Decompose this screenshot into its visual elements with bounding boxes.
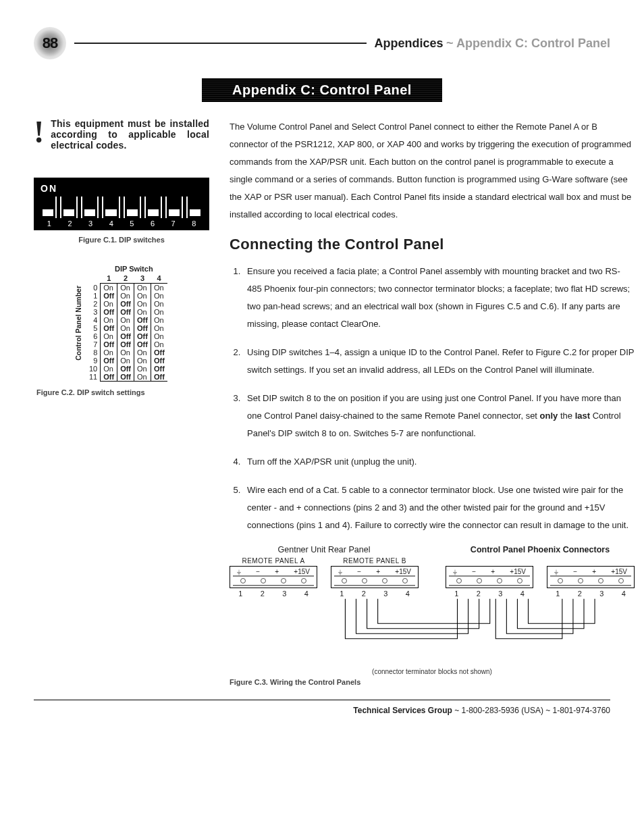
dip-cell: On bbox=[117, 284, 134, 292]
step-4: Turn off the XAP/PSR unit (unplug the un… bbox=[243, 453, 635, 471]
dip-num: 4 bbox=[103, 218, 120, 228]
dip-cell: On bbox=[117, 292, 134, 300]
warning-icon: ! bbox=[34, 118, 44, 151]
dip-switch-diagram: ON 1 2 3 4 5 6 7 8 bbox=[34, 178, 209, 230]
dip-cell: Off bbox=[101, 292, 117, 300]
dip-cell: Off bbox=[134, 324, 151, 332]
step-2: Using DIP switches 1–4, assign a unique … bbox=[243, 344, 635, 379]
dip-cell: On bbox=[117, 357, 134, 365]
dip-on-label: ON bbox=[41, 183, 203, 194]
figure-c2-caption: Figure C.2. DIP switch settings bbox=[36, 388, 209, 396]
step-5: Wire each end of a Cat. 5 cable to a con… bbox=[243, 481, 635, 534]
appendix-banner: Appendix C: Control Panel bbox=[202, 78, 442, 102]
dip-table-row-label: Control Panel Number bbox=[74, 286, 82, 361]
dip-cell: Off bbox=[117, 365, 134, 373]
dip-num: 6 bbox=[144, 218, 161, 228]
dip-cell: On bbox=[134, 365, 151, 373]
dip-cell: On bbox=[134, 373, 151, 382]
dip-cell: On bbox=[101, 300, 117, 308]
page-number-badge: 88 bbox=[34, 27, 66, 59]
dip-cell: On bbox=[101, 365, 117, 373]
dip-cell: On bbox=[134, 292, 151, 300]
dip-cell: Off bbox=[117, 373, 134, 382]
dip-cell: On bbox=[151, 332, 167, 340]
wiring-diagram: Gentner Unit Rear Panel Control Panel Ph… bbox=[230, 545, 635, 686]
dip-row-number: 10 bbox=[86, 365, 101, 373]
page-footer: Technical Services Group ~ 1-800-283-593… bbox=[34, 706, 610, 715]
dip-row-number: 8 bbox=[86, 348, 101, 357]
dip-cell: On bbox=[151, 292, 167, 300]
figure-c3-caption: Figure C.3. Wiring the Control Panels bbox=[230, 678, 635, 686]
dip-row-number: 7 bbox=[86, 340, 101, 348]
dip-cell: Off bbox=[117, 308, 134, 316]
dip-col-header: 1 bbox=[101, 273, 117, 284]
dip-cell: On bbox=[151, 308, 167, 316]
dip-cell: Off bbox=[151, 365, 167, 373]
diagram-note: (connector terminator blocks not shown) bbox=[230, 668, 635, 675]
wiring-lines bbox=[230, 598, 635, 665]
dip-cell: Off bbox=[151, 357, 167, 365]
dip-cell: On bbox=[151, 316, 167, 324]
intro-paragraph: The Volume Control Panel and Select Cont… bbox=[230, 118, 635, 224]
figure-c1-caption: Figure C.1. DIP switches bbox=[34, 236, 209, 244]
dip-cell: On bbox=[134, 308, 151, 316]
dip-cell: Off bbox=[151, 373, 167, 382]
dip-row-number: 9 bbox=[86, 357, 101, 365]
dip-table-group-header: DIP Switch bbox=[101, 264, 167, 273]
dip-num: 7 bbox=[165, 218, 182, 228]
step-3: Set DIP switch 8 to the on position if y… bbox=[243, 390, 635, 442]
dip-cell: On bbox=[117, 324, 134, 332]
dip-row-number: 6 bbox=[86, 332, 101, 340]
dip-num: 3 bbox=[82, 218, 99, 228]
dip-col-header: 2 bbox=[117, 273, 134, 284]
dip-cell: On bbox=[134, 284, 151, 292]
dip-col-header: 4 bbox=[151, 273, 167, 284]
header-tilde: ~ bbox=[446, 36, 454, 50]
dip-cell: Off bbox=[134, 332, 151, 340]
header-title: Appendix C: Control Panel bbox=[456, 36, 610, 50]
dip-cell: Off bbox=[101, 324, 117, 332]
dip-cell: Off bbox=[134, 316, 151, 324]
dip-row-number: 5 bbox=[86, 324, 101, 332]
dip-cell: On bbox=[117, 316, 134, 324]
cpp-title: Control Panel Phoenix Connectors bbox=[446, 545, 635, 554]
warning-text: This equipment must be installed accordi… bbox=[51, 118, 209, 151]
dip-cell: Off bbox=[101, 373, 117, 382]
dip-cell: On bbox=[151, 324, 167, 332]
warning-block: ! This equipment must be installed accor… bbox=[34, 118, 209, 151]
footer-rule bbox=[34, 700, 610, 700]
dip-cell: On bbox=[117, 348, 134, 357]
dip-num: 8 bbox=[185, 218, 203, 228]
dip-settings-table: Control Panel Number DIP Switch 1 2 3 4 … bbox=[74, 264, 209, 382]
dip-row-number: 11 bbox=[86, 373, 101, 382]
header-section: Appendices bbox=[375, 36, 444, 50]
dip-cell: On bbox=[101, 316, 117, 324]
dip-row-number: 3 bbox=[86, 308, 101, 316]
header-rule bbox=[74, 43, 367, 44]
dip-num: 1 bbox=[41, 218, 58, 228]
dip-cell: Off bbox=[117, 300, 134, 308]
section-heading: Connecting the Control Panel bbox=[230, 236, 635, 253]
dip-col-header: 3 bbox=[134, 273, 151, 284]
dip-cell: On bbox=[134, 357, 151, 365]
connector-panel: REMOTE PANEL B⏚−++15V1234 bbox=[331, 557, 419, 598]
step-1: Ensure you received a facia plate; a Con… bbox=[243, 263, 635, 333]
gentner-title: Gentner Unit Rear Panel bbox=[230, 545, 419, 554]
connector-panel: ⏚−++15V1234 bbox=[547, 557, 635, 598]
dip-num: 2 bbox=[61, 218, 79, 228]
dip-cell: Off bbox=[151, 348, 167, 357]
dip-cell: On bbox=[134, 348, 151, 357]
dip-cell: On bbox=[151, 300, 167, 308]
dip-num: 5 bbox=[124, 218, 141, 228]
dip-row-number: 4 bbox=[86, 316, 101, 324]
connector-panel: REMOTE PANEL A⏚−++15V1234 bbox=[230, 557, 317, 598]
dip-cell: On bbox=[101, 348, 117, 357]
dip-cell: Off bbox=[117, 332, 134, 340]
dip-cell: On bbox=[134, 300, 151, 308]
connector-panel: ⏚−++15V1234 bbox=[446, 557, 533, 598]
dip-row-number: 2 bbox=[86, 300, 101, 308]
dip-row-number: 0 bbox=[86, 284, 101, 292]
dip-cell: On bbox=[101, 332, 117, 340]
dip-cell: Off bbox=[101, 308, 117, 316]
dip-cell: On bbox=[101, 284, 117, 292]
